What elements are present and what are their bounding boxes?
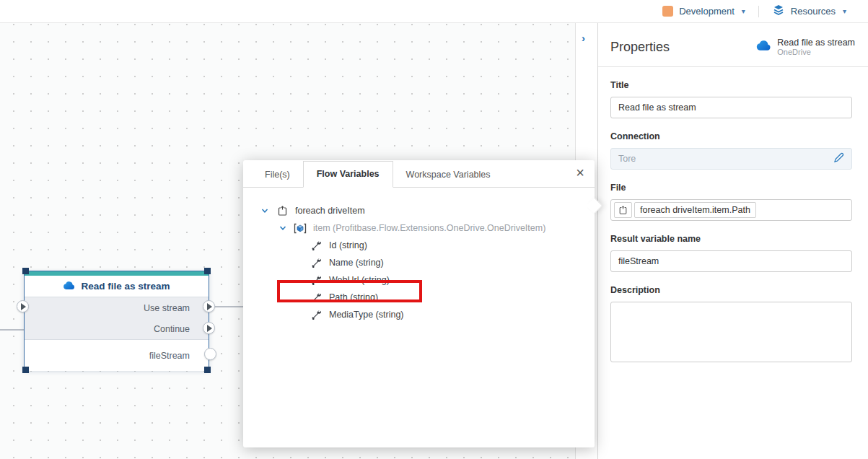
- object-icon: [294, 223, 307, 234]
- tree-item-label: Id (string): [329, 240, 367, 250]
- tree-item-label: WebUrl (string): [329, 275, 390, 285]
- field-label: Connection: [610, 131, 852, 141]
- panel-title: Properties: [610, 40, 670, 55]
- popup-tab-bar: File(s) Flow Variables Workspace Variabl…: [243, 160, 595, 188]
- selected-activity: Read file as stream OneDrive: [755, 38, 855, 56]
- properties-panel: Properties Read file as stream OneDrive …: [598, 23, 868, 459]
- top-bar: Development ▾ Resources ▾: [0, 0, 868, 23]
- tree-item-label: item (Profitbase.Flow.Extensions.OneDriv…: [313, 223, 545, 233]
- selected-activity-name: Read file as stream: [777, 38, 855, 48]
- tree-item-object[interactable]: item (Profitbase.Flow.Extensions.OneDriv…: [255, 219, 583, 237]
- resources-menu[interactable]: Resources ▾: [765, 4, 854, 19]
- wrench-icon: [310, 240, 323, 250]
- tree-item-mediatype[interactable]: MediaType (string): [255, 306, 583, 323]
- collapse-panel-chevron[interactable]: ›: [582, 32, 585, 44]
- foreach-loop-icon: [276, 206, 289, 217]
- output-port-use-stream[interactable]: [203, 300, 215, 312]
- connection-value: Tore: [618, 154, 636, 164]
- tree-item-label: Name (string): [329, 258, 384, 268]
- node-read-file-as-stream[interactable]: Read file as stream Use stream Continue …: [24, 271, 209, 370]
- flow-variables-tree: foreach driveItem item (Profitbase.Flow.…: [243, 188, 595, 323]
- chevron-down-icon[interactable]: [278, 224, 288, 232]
- file-token-label: foreach driveItem.item.Path: [634, 202, 756, 218]
- tree-item-id[interactable]: Id (string): [255, 237, 583, 254]
- tree-item-label: Path (string): [329, 292, 378, 302]
- selection-handle[interactable]: [22, 367, 29, 373]
- node-title: Read file as stream: [81, 281, 170, 292]
- connection-wire: [0, 329, 25, 331]
- result-variable-input[interactable]: fileStream: [610, 250, 852, 272]
- resources-icon: [772, 4, 785, 19]
- environment-color-swatch: [662, 6, 673, 17]
- tree-item-foreach-driveitem[interactable]: foreach driveItem: [255, 202, 583, 219]
- foreach-loop-icon: [614, 202, 632, 218]
- node-header: Read file as stream: [25, 276, 209, 297]
- wrench-icon: [310, 310, 323, 320]
- result-port-filestream[interactable]: [204, 348, 216, 360]
- chevron-down-icon: ▾: [843, 7, 846, 15]
- selected-activity-provider: OneDrive: [777, 48, 855, 56]
- field-label: Description: [610, 285, 852, 295]
- chevron-down-icon[interactable]: [260, 207, 270, 214]
- field-description: Description: [598, 285, 868, 365]
- tab-flow-variables[interactable]: Flow Variables: [303, 161, 393, 188]
- result-port-label: fileStream: [25, 340, 209, 371]
- selection-handle[interactable]: [22, 268, 29, 274]
- selection-handle[interactable]: [204, 268, 211, 274]
- tab-files[interactable]: File(s): [252, 162, 303, 188]
- selection-handle[interactable]: [204, 367, 211, 373]
- field-label: Result variable name: [610, 234, 852, 244]
- environment-selector[interactable]: Development ▾: [655, 6, 753, 17]
- output-port-continue[interactable]: [203, 322, 215, 334]
- onedrive-cloud-icon: [755, 40, 771, 54]
- field-connection: Connection Tore: [598, 131, 868, 170]
- variable-picker-popup: File(s) Flow Variables Workspace Variabl…: [243, 160, 595, 447]
- field-file: File foreach driveItem.item.Path: [598, 183, 868, 221]
- tree-item-path[interactable]: Path (string): [255, 289, 583, 306]
- tree-item-weburl[interactable]: WebUrl (string): [255, 271, 583, 289]
- node-outputs: Use stream Continue: [25, 297, 209, 340]
- tree-item-label: MediaType (string): [329, 310, 404, 320]
- properties-header: Properties Read file as stream OneDrive: [598, 23, 868, 67]
- wrench-icon: [310, 275, 323, 285]
- resources-label: Resources: [791, 6, 836, 17]
- connection-input[interactable]: Tore: [610, 148, 852, 170]
- field-label: Title: [610, 80, 852, 90]
- output-use-stream: Use stream: [25, 297, 209, 318]
- field-result-variable: Result variable name fileStream: [598, 234, 868, 272]
- field-label: File: [610, 183, 852, 193]
- description-textarea[interactable]: [610, 302, 852, 362]
- environment-label: Development: [679, 6, 735, 17]
- tree-item-name[interactable]: Name (string): [255, 254, 583, 271]
- field-title: Title Read file as stream: [598, 80, 868, 118]
- tree-item-label: foreach driveItem: [295, 206, 365, 216]
- close-icon[interactable]: ×: [576, 165, 584, 180]
- file-value-token[interactable]: foreach driveItem.item.Path: [614, 202, 756, 218]
- edit-pencil-icon[interactable]: [833, 152, 844, 165]
- file-input[interactable]: foreach driveItem.item.Path: [610, 199, 852, 221]
- title-input[interactable]: Read file as stream: [610, 97, 852, 118]
- output-continue: Continue: [25, 318, 209, 339]
- chevron-down-icon: ▾: [742, 7, 745, 15]
- onedrive-cloud-icon: [63, 280, 75, 293]
- wrench-icon: [310, 292, 323, 302]
- tab-workspace-variables[interactable]: Workspace Variables: [393, 162, 504, 188]
- wrench-icon: [310, 258, 323, 268]
- input-port[interactable]: [17, 300, 29, 312]
- topbar-divider: [758, 6, 759, 17]
